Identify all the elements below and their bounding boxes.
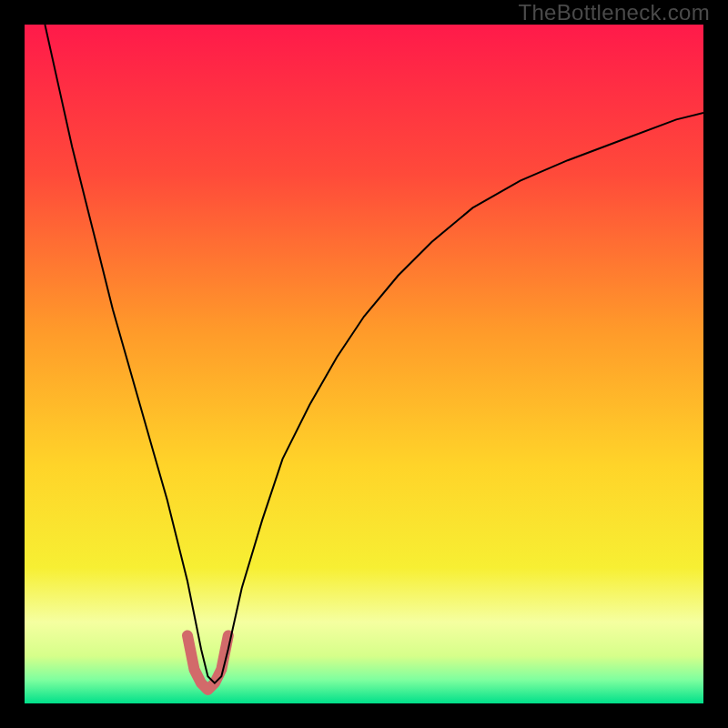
- watermark-text: TheBottleneck.com: [518, 0, 710, 25]
- chart-frame: TheBottleneck.com: [0, 0, 728, 728]
- chart-svg: [25, 25, 703, 703]
- plot-area: [25, 25, 703, 703]
- gradient-background: [25, 25, 703, 703]
